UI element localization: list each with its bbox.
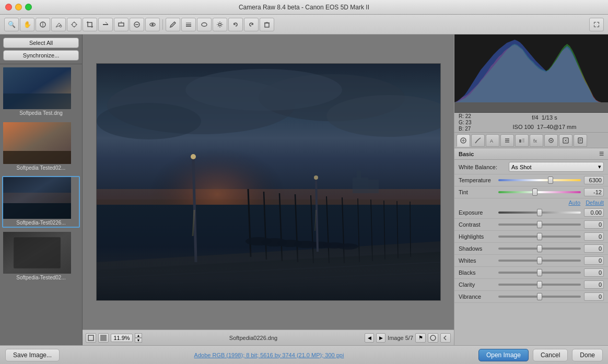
filmstrip-item-3[interactable]: Softpedia-Test0226... [2,176,80,228]
maximize-button[interactable] [25,4,32,10]
rating-button[interactable] [428,333,438,343]
panel-menu-icon[interactable]: ☰ [599,151,604,157]
default-link[interactable]: Default [586,199,604,206]
tab-split-toning[interactable] [515,134,529,147]
radial-filter-tool[interactable] [197,18,212,31]
tab-lens-corrections[interactable]: fx [530,134,543,147]
vibrance-value[interactable]: 0 [584,292,604,301]
zoom-in[interactable]: ▲ [135,333,142,338]
delete-tool[interactable] [260,18,274,31]
close-button[interactable] [5,4,12,10]
fit-window-button[interactable] [86,333,96,343]
tab-hsl[interactable] [500,134,514,147]
shadows-slider[interactable] [498,244,581,253]
tab-detail[interactable]: A [486,134,499,147]
hand-tool[interactable]: ✋ [20,18,34,31]
tab-basic[interactable] [457,134,470,147]
section-header-basic: Basic ☰ [454,148,608,160]
left-panel: Select All Synchronize... Softpedia Test… [0,34,83,345]
temperature-slider[interactable] [498,176,581,184]
vibrance-thumb[interactable] [537,293,542,300]
vibrance-slider[interactable] [498,292,581,301]
select-all-button[interactable]: Select All [3,38,79,48]
contrast-slider[interactable] [498,220,581,229]
spot-removal-tool[interactable] [130,18,144,31]
tab-presets[interactable] [574,134,587,147]
rotate-cw-tool[interactable] [244,18,259,31]
temperature-thumb[interactable] [548,177,553,184]
synchronize-button[interactable]: Synchronize... [3,50,79,61]
g-value: G: 23 [459,120,482,125]
redeye-tool[interactable] [145,18,160,31]
minimize-button[interactable] [15,4,22,10]
tint-value[interactable]: -12 [584,188,604,196]
filmstrip-item-4[interactable]: Softpedia-Tested02... [2,231,80,283]
tab-tone-curve[interactable] [471,134,485,147]
filmstrip-item-1[interactable]: Softpedia Test.dng [2,66,80,118]
highlights-row: Highlights 0 [454,231,608,243]
exposure-slider[interactable] [498,208,581,217]
highlights-slider[interactable] [498,232,581,241]
svg-rect-29 [3,203,71,219]
rgb-values: R: 22 G: 23 B: 27 [459,113,482,132]
filter-button[interactable]: ⚑ [415,333,426,343]
thumbnail-label-3: Softpedia-Test0226... [3,219,79,227]
svg-rect-77 [100,335,107,341]
filmstrip-item-2[interactable]: Softpedia Tested02... [2,121,80,173]
exposure-value[interactable]: 0.00 [584,208,604,217]
vibrance-label: Vibrance [459,293,495,300]
shadows-value[interactable]: 0 [584,244,604,253]
whites-slider[interactable] [498,256,581,265]
white-balance-tool[interactable] [36,18,50,31]
blacks-slider[interactable] [498,268,581,277]
clarity-thumb[interactable] [537,281,542,288]
highlights-value[interactable]: 0 [584,232,604,241]
shadows-thumb[interactable] [537,245,542,252]
zoom-stepper[interactable]: ▲ ▼ [135,333,142,343]
nav-back-button[interactable] [440,333,451,343]
color-sampler-tool[interactable] [51,18,66,31]
tab-camera-calibration[interactable] [559,134,572,147]
fill-window-button[interactable] [98,333,109,343]
rgb-readout: R: 22 G: 23 B: 27 f/4 1/13 s ISO 100 17–… [454,113,608,133]
highlights-thumb[interactable] [537,233,542,240]
color-info-link[interactable]: Adobe RGB (1998); 8 bit; 5616 by 3744 (2… [64,352,474,358]
whites-value[interactable]: 0 [584,256,604,265]
contrast-thumb[interactable] [537,221,542,228]
svg-point-91 [551,139,552,141]
straighten-tool[interactable] [98,18,113,31]
blacks-value[interactable]: 0 [584,268,604,277]
auto-link[interactable]: Auto [569,199,581,206]
blacks-thumb[interactable] [537,269,542,276]
svg-rect-76 [88,335,93,340]
full-screen-toggle[interactable] [589,18,604,31]
thumbnail-label-4: Softpedia-Tested02... [3,274,79,281]
tint-slider[interactable] [498,188,581,196]
clarity-slider[interactable] [498,280,581,289]
rotate-ccw-tool[interactable] [228,18,243,31]
targeted-adjustment-tool[interactable] [67,18,81,31]
open-image-button[interactable]: Open Image [478,349,529,361]
preferences-tool[interactable] [213,18,227,31]
save-image-button[interactable]: Save Image... [5,349,60,361]
contrast-value[interactable]: 0 [584,220,604,229]
zoom-tool[interactable]: 🔍 [4,18,19,31]
tint-thumb[interactable] [532,189,537,196]
temperature-value[interactable]: 6300 [584,176,604,184]
whites-thumb[interactable] [537,257,542,264]
shadows-label: Shadows [459,245,495,252]
crop-tool[interactable] [83,18,97,31]
transform-tool[interactable] [114,18,128,31]
done-button[interactable]: Done [572,349,603,361]
wb-dropdown[interactable]: As Shot ▾ [509,162,604,172]
graduated-filter-tool[interactable] [181,18,196,31]
camera-info: f/4 1/13 s ISO 100 17–40@17 mm [485,113,604,132]
exposure-thumb[interactable] [537,209,542,216]
cancel-button[interactable]: Cancel [533,349,568,361]
adjustment-brush-tool[interactable] [166,18,180,31]
zoom-out[interactable]: ▼ [135,338,142,343]
next-image-button[interactable]: ▶ [376,333,385,343]
clarity-value[interactable]: 0 [584,280,604,289]
tab-effects[interactable] [544,134,558,147]
prev-image-button[interactable]: ◀ [365,333,374,343]
